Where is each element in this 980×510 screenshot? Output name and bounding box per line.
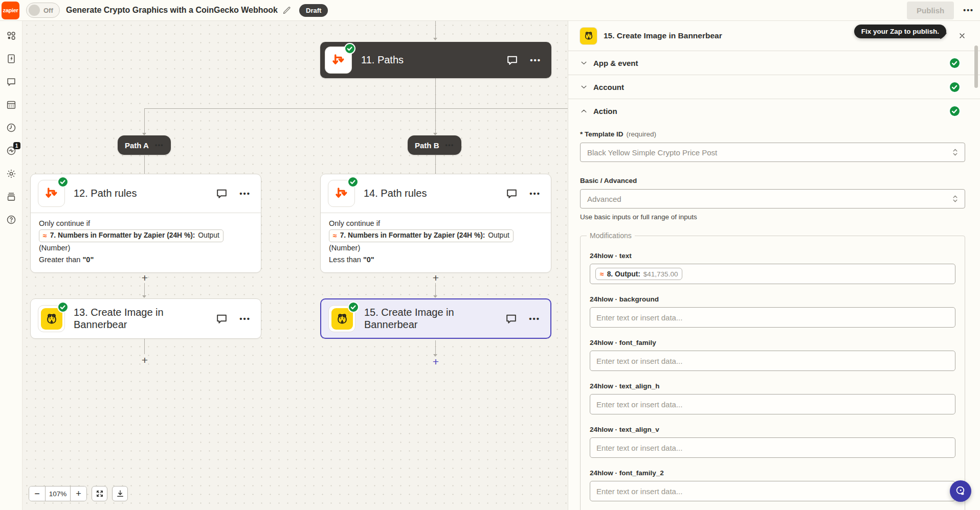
mod-field-input-font-family-2[interactable] bbox=[590, 481, 955, 501]
comment-icon[interactable] bbox=[505, 312, 518, 325]
zap-runs-icon[interactable]: 1 bbox=[5, 145, 17, 157]
bannerbear-app-icon bbox=[38, 305, 65, 332]
formatter-icon: ≈ bbox=[43, 230, 47, 241]
topbar-menu-icon[interactable]: ••• bbox=[963, 6, 974, 14]
comment-icon[interactable] bbox=[505, 187, 518, 200]
step-menu-icon[interactable]: ••• bbox=[239, 314, 251, 323]
rule-intro: Only continue if bbox=[329, 218, 543, 229]
copilot-button[interactable] bbox=[950, 480, 971, 502]
connector-line bbox=[435, 283, 436, 295]
bannerbear-app-icon bbox=[328, 305, 355, 332]
connector-line bbox=[435, 78, 436, 108]
step-node-paths[interactable]: 11. Paths ••• bbox=[320, 42, 551, 78]
success-check-icon bbox=[57, 302, 69, 313]
chevron-down-icon bbox=[580, 83, 588, 91]
zoom-out-button[interactable]: − bbox=[29, 486, 45, 501]
mod-field-input-text-align-v[interactable] bbox=[590, 437, 955, 458]
connector-line bbox=[435, 108, 436, 133]
rule-operand: "0" bbox=[82, 256, 94, 264]
workflow-canvas[interactable]: + + + + 11. Paths ••• Path A ••• bbox=[23, 21, 568, 510]
mapped-data-chip[interactable]: ≈ 8. Output: $41,735.00 bbox=[595, 268, 682, 280]
zap-on-off-toggle[interactable]: Off bbox=[26, 3, 60, 18]
mapped-field-chip: ≈7. Numbers in Formatter by Zapier (24H … bbox=[329, 229, 514, 242]
comment-icon[interactable] bbox=[215, 312, 228, 325]
rule-type: (Number) bbox=[329, 244, 360, 252]
step-card-15-create-image[interactable]: 15. Create Image in Bannerbear ••• bbox=[320, 298, 551, 339]
history-icon[interactable] bbox=[5, 122, 17, 134]
basic-advanced-helper: Use basic inputs or full range of inputs bbox=[580, 213, 965, 221]
rule-operator: Greater than bbox=[39, 256, 80, 264]
connector-arrow bbox=[142, 295, 146, 298]
success-check-icon bbox=[57, 176, 69, 188]
path-menu-icon[interactable]: ••• bbox=[446, 142, 454, 149]
zapier-logo[interactable]: zapier bbox=[2, 2, 19, 19]
publish-button[interactable]: Publish bbox=[907, 2, 954, 19]
bannerbear-app-icon bbox=[580, 28, 597, 44]
help-icon[interactable] bbox=[5, 214, 17, 226]
mod-field-input-background[interactable] bbox=[590, 307, 955, 328]
mod-field-input-text-align-h[interactable] bbox=[590, 394, 955, 414]
add-step-button[interactable]: + bbox=[142, 354, 148, 366]
step-menu-icon[interactable]: ••• bbox=[530, 56, 541, 64]
notes-icon[interactable] bbox=[5, 76, 17, 88]
step-card-12-path-rules[interactable]: 12. Path rules ••• Only continue if ≈7. … bbox=[30, 174, 261, 273]
step-menu-icon[interactable]: ••• bbox=[239, 189, 251, 198]
template-id-select[interactable]: Black Yellow Simple Crypto Price Post bbox=[580, 143, 965, 162]
step-card-14-path-rules[interactable]: 14. Path rules ••• Only continue if ≈7. … bbox=[320, 174, 551, 273]
section-label: App & event bbox=[593, 59, 638, 67]
rule-type: (Number) bbox=[39, 244, 70, 252]
mod-field-input-font-family[interactable] bbox=[590, 351, 955, 371]
required-note: (required) bbox=[627, 130, 657, 138]
mod-field-label: 24hlow · background bbox=[590, 295, 955, 303]
connector-line bbox=[144, 155, 145, 174]
panel-scrollbar[interactable] bbox=[974, 45, 978, 88]
add-step-button[interactable]: + bbox=[433, 356, 439, 368]
mod-field-input-text[interactable]: ≈ 8. Output: $41,735.00 bbox=[590, 264, 955, 284]
edit-title-icon[interactable] bbox=[282, 6, 291, 15]
path-menu-icon[interactable]: ••• bbox=[155, 142, 164, 149]
rule-operand: "0" bbox=[363, 256, 374, 264]
select-updown-icon bbox=[951, 195, 959, 203]
chip-step-ref: 7. Numbers in Formatter by Zapier (24H %… bbox=[340, 230, 485, 241]
basic-advanced-select[interactable]: Advanced bbox=[580, 189, 965, 208]
zoom-in-button[interactable]: + bbox=[71, 486, 86, 501]
path-b-pill[interactable]: Path B ••• bbox=[408, 135, 461, 155]
top-bar: zapier Off Generate Crypto Graphics with… bbox=[0, 0, 980, 21]
add-step-button[interactable]: + bbox=[433, 272, 439, 284]
success-check-icon bbox=[949, 57, 961, 69]
settings-gear-icon[interactable] bbox=[5, 168, 17, 180]
comment-icon[interactable] bbox=[506, 54, 519, 66]
canvas-zoom-controls: − 107% + bbox=[29, 486, 128, 501]
template-id-label: * Template ID(required) bbox=[580, 130, 965, 138]
connector-line bbox=[435, 340, 436, 354]
paths-app-icon bbox=[38, 180, 65, 207]
success-check-icon bbox=[949, 81, 961, 93]
step-menu-icon[interactable]: ••• bbox=[529, 189, 541, 198]
close-panel-icon[interactable] bbox=[958, 32, 966, 40]
mapped-field-chip: ≈7. Numbers in Formatter by Zapier (24H … bbox=[39, 229, 224, 242]
section-account[interactable]: Account bbox=[568, 75, 980, 99]
section-app-event[interactable]: App & event bbox=[568, 51, 980, 75]
branch-line bbox=[144, 108, 568, 109]
path-a-pill[interactable]: Path A ••• bbox=[118, 135, 171, 155]
schedule-icon[interactable] bbox=[5, 99, 17, 111]
chip-step-ref: 8. Output: bbox=[607, 270, 640, 278]
templates-icon[interactable] bbox=[5, 53, 17, 65]
step-menu-icon[interactable]: ••• bbox=[529, 314, 540, 323]
apps-grid-icon[interactable] bbox=[5, 30, 17, 42]
zap-title: Generate Crypto Graphics with a CoinGeck… bbox=[66, 6, 278, 15]
step-card-13-create-image[interactable]: 13. Create Image in Bannerbear ••• bbox=[30, 298, 261, 339]
section-action[interactable]: Action bbox=[568, 99, 980, 123]
download-button[interactable] bbox=[112, 486, 128, 501]
success-check-icon bbox=[347, 176, 359, 188]
archive-icon[interactable] bbox=[5, 191, 17, 203]
rule-summary: Only continue if ≈7. Numbers in Formatte… bbox=[321, 213, 551, 272]
comment-icon[interactable] bbox=[215, 187, 228, 200]
mod-field-label: 24hlow · text_align_h bbox=[590, 382, 955, 390]
mod-field-label: 24hlow · text bbox=[590, 252, 955, 260]
add-step-button[interactable]: + bbox=[142, 272, 148, 284]
left-sidebar: 1 bbox=[0, 21, 23, 510]
template-id-value: Black Yellow Simple Crypto Price Post bbox=[587, 148, 717, 157]
fit-to-screen-button[interactable] bbox=[92, 486, 107, 501]
step-title: 11. Paths bbox=[361, 54, 497, 66]
